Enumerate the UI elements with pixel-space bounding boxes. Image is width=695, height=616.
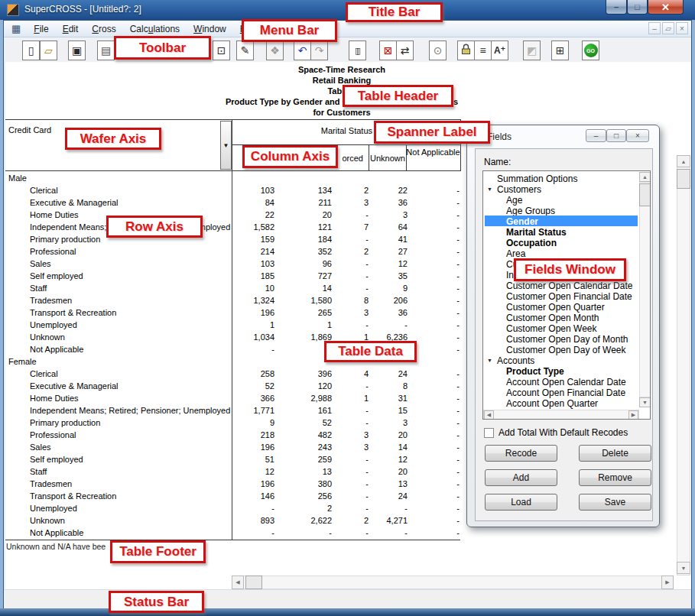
table-cell[interactable]: 12 — [365, 455, 408, 464]
table-cell[interactable]: - — [232, 504, 274, 513]
table-cell[interactable]: - — [417, 235, 460, 244]
table-cell[interactable]: 161 — [290, 406, 332, 415]
spanner-label[interactable]: Marital Status — [232, 126, 372, 135]
redo-button[interactable]: ↷ — [310, 41, 328, 60]
table-cell[interactable]: 2 — [326, 247, 369, 256]
row-label[interactable]: Professional — [30, 247, 76, 256]
table-cell[interactable]: 10 — [232, 284, 274, 293]
table-cell[interactable]: 258 — [232, 369, 274, 378]
table-cell[interactable]: - — [326, 381, 369, 391]
table-cell[interactable]: - — [417, 198, 460, 207]
table-cell[interactable]: 52 — [232, 381, 274, 391]
table-cell[interactable]: 7 — [326, 222, 369, 232]
table-cell[interactable]: 35 — [365, 271, 408, 280]
table-cell[interactable]: - — [417, 345, 460, 354]
fields-list-item[interactable]: Age Groups — [506, 206, 555, 216]
table-cell[interactable]: 259 — [290, 455, 332, 464]
delete-rows-button[interactable]: ⊠ — [379, 41, 397, 60]
row-label[interactable]: Sales — [30, 443, 51, 452]
table-cell[interactable]: - — [417, 430, 460, 439]
vertical-scroll-thumb[interactable] — [677, 169, 690, 189]
table-cell[interactable]: - — [326, 528, 369, 537]
row-label[interactable]: Home Duties — [30, 210, 79, 219]
menu-file[interactable]: File — [27, 22, 55, 36]
table-cell[interactable]: 3 — [326, 443, 369, 452]
table-cell[interactable]: 121 — [290, 222, 332, 232]
list-scroll-right-button[interactable]: ▶ — [628, 410, 638, 420]
row-label[interactable]: Professional — [30, 430, 76, 439]
table-cell[interactable]: - — [326, 455, 369, 464]
row-label[interactable]: Self employed — [30, 455, 83, 464]
list-vertical-scrollbar[interactable] — [639, 182, 651, 397]
table-cell[interactable]: 8 — [365, 381, 408, 391]
mdi-minimize-button[interactable]: – — [648, 22, 661, 34]
table-cell[interactable]: - — [326, 284, 369, 293]
table-cell[interactable]: 366 — [232, 394, 274, 403]
table-cell[interactable]: - — [417, 259, 460, 268]
table-cell[interactable]: - — [417, 284, 460, 293]
recode-button[interactable]: Recode — [485, 445, 557, 462]
edit-table-button[interactable]: ✎ — [236, 41, 254, 60]
table-cell[interactable]: - — [417, 467, 460, 476]
table-cell[interactable]: - — [326, 271, 369, 280]
table-cell[interactable]: - — [365, 504, 408, 513]
table-cell[interactable]: - — [417, 443, 460, 452]
add-button[interactable]: Add — [485, 469, 557, 486]
remove-button[interactable]: Remove — [579, 469, 651, 486]
table-cell[interactable]: 14 — [365, 443, 408, 452]
table-cell[interactable]: 2,622 — [290, 516, 332, 525]
table-cell[interactable]: 12 — [365, 259, 408, 268]
table-cell[interactable]: 15 — [365, 406, 408, 415]
row-label[interactable]: Primary production — [30, 418, 100, 427]
row-label[interactable]: Primary production — [30, 235, 100, 244]
table-cell[interactable]: 36 — [365, 308, 408, 317]
table-cell[interactable]: 1,771 — [232, 406, 274, 415]
mdi-close-button[interactable]: × — [676, 22, 688, 34]
fields-window[interactable]: Fields – □ × Name: Summation Options▼Cus… — [466, 125, 660, 527]
row-label[interactable]: Unknown — [30, 516, 65, 525]
row-label[interactable]: Tradesmen — [30, 479, 72, 488]
list-scroll-down-button[interactable]: ▼ — [639, 397, 651, 407]
sort-fields-button[interactable]: ≡ — [474, 41, 492, 60]
horizontal-scroll-thumb[interactable] — [245, 575, 262, 589]
add-page-button[interactable]: ⊞ — [551, 41, 569, 60]
mdi-restore-button[interactable]: ▱ — [662, 22, 674, 34]
table-cell[interactable]: - — [417, 406, 460, 415]
table-cell[interactable]: 41 — [365, 235, 408, 244]
dot-table-button[interactable]: ⊙ — [429, 41, 447, 60]
table-cell[interactable]: - — [417, 381, 460, 391]
menu-cross[interactable]: Cross — [85, 22, 122, 36]
table-cell[interactable]: 482 — [290, 430, 332, 439]
table-cell[interactable]: 380 — [290, 479, 332, 488]
fields-list-item[interactable]: Customer Open Day of Month — [506, 334, 628, 345]
table-cell[interactable]: - — [417, 491, 460, 501]
fields-list-item[interactable]: Customer Open Quarter — [506, 302, 605, 313]
table-cell[interactable]: - — [326, 504, 369, 513]
row-label[interactable]: Executive & Managerial — [30, 198, 119, 207]
table-cell[interactable]: 196 — [232, 479, 274, 488]
table-cell[interactable]: - — [326, 235, 369, 244]
table-cell[interactable]: - — [417, 332, 460, 342]
fields-list-item[interactable]: Customer Open Month — [506, 313, 599, 323]
table-cell[interactable]: 256 — [290, 491, 332, 501]
print-preview-button[interactable]: ⊡ — [213, 41, 230, 60]
table-cell[interactable]: - — [417, 394, 460, 403]
table-cell[interactable]: 3 — [326, 308, 369, 317]
table-cell[interactable]: 727 — [290, 271, 332, 280]
add-total-checkbox[interactable] — [484, 428, 494, 438]
fields-maximize-button[interactable]: □ — [606, 129, 626, 142]
tree-expand-icon[interactable]: ▼ — [487, 186, 492, 192]
table-cell[interactable]: - — [326, 491, 369, 501]
table-cell[interactable]: 20 — [365, 467, 408, 476]
table-cell[interactable]: 9 — [232, 418, 274, 427]
table-cell[interactable]: 352 — [290, 247, 332, 256]
table-cell[interactable]: 13 — [365, 479, 408, 488]
table-cell[interactable]: 84 — [232, 198, 274, 207]
table-cell[interactable]: - — [290, 528, 332, 537]
table-cell[interactable]: 22 — [365, 186, 408, 195]
save-button[interactable]: Save — [579, 494, 651, 511]
table-cell[interactable]: 1,580 — [290, 296, 332, 305]
fields-list-item[interactable]: Account Open Financial Date — [506, 387, 625, 398]
table-cell[interactable]: - — [417, 504, 460, 513]
table-cell[interactable]: 211 — [290, 198, 332, 207]
